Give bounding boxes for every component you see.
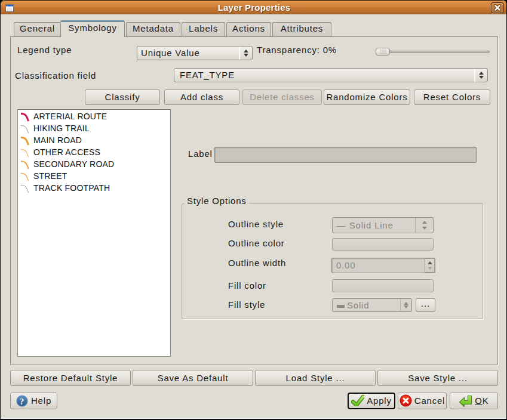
svg-text:?: ? xyxy=(20,397,24,406)
